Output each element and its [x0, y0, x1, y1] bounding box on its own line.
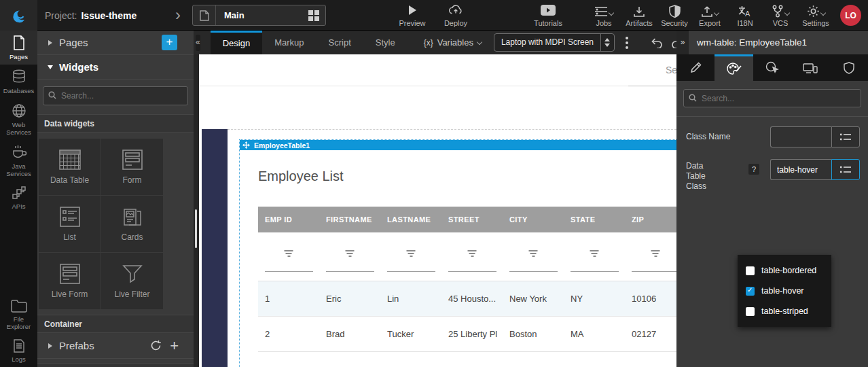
add-page-button[interactable]: + [162, 35, 177, 50]
properties-search-input[interactable] [683, 89, 861, 107]
rail-item-databases[interactable]: Databases [0, 65, 37, 99]
palette-icon [727, 62, 742, 75]
filter-input[interactable] [448, 271, 496, 272]
select-stepper-icon [600, 34, 614, 51]
rail-item-apis[interactable]: APIs [0, 181, 37, 214]
tab-style[interactable]: Style [363, 31, 408, 54]
class-name-list-button[interactable] [831, 126, 860, 147]
prefabs-section-header[interactable]: Prefabs + [37, 333, 194, 359]
add-prefab-button[interactable]: + [170, 339, 179, 353]
rail-item-file-explorer[interactable]: File Explorer [0, 294, 37, 334]
scrollbar-thumb[interactable] [195, 209, 197, 248]
filter-icon[interactable] [407, 250, 416, 257]
user-avatar[interactable]: LO [840, 5, 861, 26]
variables-button[interactable]: {x} Variables [424, 37, 482, 48]
column-header[interactable]: STATE [564, 207, 625, 232]
app-logo[interactable] [0, 0, 37, 31]
tutorials-button[interactable]: Tutorials [532, 3, 564, 27]
column-header[interactable]: LASTNAME [380, 207, 441, 232]
option-table-bordered[interactable]: table-bordered [738, 260, 831, 281]
filter-input[interactable] [509, 271, 558, 272]
column-header[interactable]: ZIP [625, 207, 676, 232]
filter-input[interactable] [387, 271, 435, 272]
export-button[interactable]: Export [695, 3, 724, 27]
tab-script[interactable]: Script [317, 31, 363, 54]
rail-item-web-services[interactable]: Web Services [0, 99, 37, 140]
deploy-button[interactable]: Deploy [439, 3, 472, 27]
data-table-widget[interactable]: Employee List EMP ID FIRSTNAME LASTNAME … [240, 169, 676, 352]
filter-input[interactable] [265, 271, 313, 272]
panel-divider[interactable] [194, 54, 199, 367]
widget-tile-form[interactable]: Form [101, 139, 163, 195]
chevron-down-icon [714, 10, 719, 16]
column-header[interactable]: STREET [441, 207, 503, 232]
security-button[interactable]: Security [660, 3, 689, 27]
table-row[interactable]: 1 Eric Lin 45 Housto... New York NY 1010… [258, 281, 676, 317]
rail-item-pages[interactable]: Pages [0, 31, 37, 65]
column-header[interactable]: EMP ID [258, 207, 319, 232]
help-badge[interactable]: ? [748, 164, 759, 175]
filter-icon[interactable] [651, 250, 660, 257]
tab-events[interactable] [753, 54, 791, 81]
filter-icon[interactable] [590, 250, 599, 257]
rail-item-logs[interactable]: Logs [0, 334, 37, 367]
i18n-button[interactable]: A I18N [731, 3, 759, 27]
settings-button[interactable]: Settings [801, 3, 830, 27]
checkbox[interactable] [746, 287, 755, 296]
widget-tile-list[interactable]: List [39, 196, 101, 252]
collapse-panel-button[interactable]: « [196, 35, 200, 51]
move-icon[interactable] [242, 141, 250, 149]
widgets-section-header[interactable]: Widgets [37, 55, 194, 80]
filter-icon[interactable] [346, 250, 355, 257]
filter-icon[interactable] [285, 250, 293, 257]
class-name-input[interactable] [770, 126, 831, 147]
checkbox[interactable] [746, 266, 755, 275]
page-structure-section-clipped[interactable]: Page Structure [37, 363, 194, 367]
more-options-button[interactable] [626, 37, 628, 49]
tab-devices[interactable] [791, 54, 829, 81]
undo-button[interactable] [650, 37, 663, 48]
selected-widget-outline[interactable]: EmployeeTable1 Employee List EMP ID FIRS… [239, 139, 676, 367]
page-selector[interactable]: Main [192, 5, 326, 26]
column-header[interactable]: CITY [503, 207, 564, 232]
expanded-arrow-icon [48, 65, 53, 69]
jobs-icon [594, 5, 608, 18]
tab-markup[interactable]: Markup [262, 31, 316, 54]
filter-input[interactable] [326, 271, 374, 272]
tab-design[interactable]: Design [211, 31, 262, 54]
filter-input[interactable] [632, 271, 676, 272]
filter-input[interactable] [571, 271, 619, 272]
jobs-button[interactable]: Jobs [590, 3, 618, 27]
canvas-app-navbar: Se [199, 54, 676, 86]
pages-section-header[interactable]: Pages + [37, 31, 194, 55]
widget-search-input[interactable] [43, 86, 188, 105]
filter-icon[interactable] [529, 250, 538, 257]
checkbox[interactable] [746, 307, 755, 316]
option-table-hover[interactable]: table-hover [738, 281, 831, 301]
widget-tile-live-filter[interactable]: Live Filter [101, 253, 163, 309]
shield-outline-icon [844, 62, 854, 74]
data-table-class-input[interactable] [770, 159, 831, 180]
tab-properties[interactable] [676, 54, 715, 81]
widget-tile-data-table[interactable]: Data Table [39, 139, 101, 195]
data-table-class-list-button[interactable] [831, 159, 860, 180]
option-table-striped[interactable]: table-striped [738, 301, 831, 321]
design-canvas[interactable]: Se EmployeeTable1 Employee List EMP ID F… [199, 54, 676, 367]
widget-tile-live-form[interactable]: Live Form [39, 253, 101, 309]
device-select[interactable]: Laptop with MDPI Screen [494, 33, 615, 52]
artifacts-button[interactable]: Artifacts [625, 3, 653, 27]
page-icon [193, 5, 216, 25]
filter-icon[interactable] [468, 250, 477, 257]
tab-styles[interactable] [715, 54, 753, 81]
vcs-button[interactable]: VCS [766, 3, 795, 27]
page-grid-icon[interactable] [308, 10, 319, 21]
rail-item-java-services[interactable]: Java Services [0, 140, 37, 181]
expand-panel-button[interactable]: » [676, 31, 689, 54]
refresh-icon[interactable] [150, 340, 162, 351]
preview-button[interactable]: Preview [396, 3, 429, 27]
widget-selection-bar[interactable]: EmployeeTable1 [240, 140, 676, 150]
table-row[interactable]: 2 Brad Tucker 25 Liberty Pl Boston MA 02… [258, 317, 676, 352]
tab-security[interactable] [830, 54, 868, 81]
widget-tile-cards[interactable]: Cards [101, 196, 163, 252]
column-header[interactable]: FIRSTNAME [319, 207, 380, 232]
